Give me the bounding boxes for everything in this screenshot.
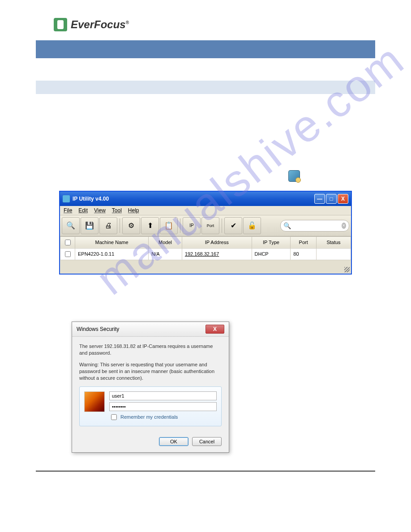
header-band [36, 40, 375, 58]
header-checkbox[interactable] [65, 240, 71, 245]
cell-status [317, 248, 351, 260]
cell-ip[interactable]: 192.168.32.167 [182, 248, 252, 260]
security-warning: Warning: This server is requesting that … [79, 361, 222, 382]
note-box: Note: 1. If you have the DHCP server in … [36, 471, 375, 532]
toolbar-ip-button[interactable]: IP [183, 217, 201, 234]
security-message: The server 192.168.31.82 at IP-Camera re… [79, 343, 222, 357]
col-port[interactable]: Port [291, 236, 317, 248]
brand-logo: EverFocus® [54, 18, 375, 31]
toolbar-open-button[interactable]: 🖨 [99, 217, 117, 234]
remember-checkbox-row[interactable]: Remember my credentials [109, 413, 217, 421]
col-model[interactable]: Model [149, 236, 182, 248]
col-status[interactable]: Status [317, 236, 351, 248]
user-avatar-icon [84, 391, 105, 412]
col-check[interactable] [60, 236, 75, 248]
minimize-button[interactable]: — [314, 194, 325, 204]
titlebar-app-icon [63, 195, 70, 202]
cancel-button[interactable]: Cancel [192, 437, 222, 446]
resize-grip-icon[interactable] [344, 267, 350, 272]
toolbar-search-button[interactable]: 🔍 [62, 217, 80, 234]
maximize-button[interactable]: □ [326, 194, 337, 204]
menu-edit[interactable]: Edit [78, 207, 88, 214]
security-close-button[interactable]: X [206, 325, 224, 334]
cell-iptype: DHCP [252, 248, 291, 260]
remember-checkbox[interactable] [111, 414, 117, 420]
cell-model: N/A [149, 248, 182, 260]
ok-button[interactable]: OK [159, 437, 188, 446]
toolbar-config-button[interactable]: ⚙ [122, 217, 140, 234]
toolbar-upload-button[interactable]: ⬆ [141, 217, 159, 234]
toolbar-port-button[interactable]: Port [201, 217, 219, 234]
ip-utility-icon [288, 170, 300, 182]
security-titlebar[interactable]: Windows Security X [72, 322, 229, 337]
toolbar-export-button[interactable]: 📋 [160, 217, 178, 234]
remember-label: Remember my credentials [120, 414, 178, 420]
ip-utility-titlebar[interactable]: IP Utility v4.00 — □ X [60, 192, 351, 206]
brand-name: EverFocus® [71, 18, 129, 31]
password-input[interactable] [109, 402, 217, 411]
cell-port: 80 [291, 248, 317, 260]
security-title: Windows Security [77, 326, 119, 332]
menu-tool[interactable]: Tool [112, 207, 122, 214]
menu-view[interactable]: View [94, 207, 106, 214]
device-table: Machine Name Model IP Address IP Type Po… [60, 236, 351, 260]
titlebar-title: IP Utility v4.00 [73, 196, 109, 202]
table-row[interactable]: EPN4220-1.0.11 N/A 192.168.32.167 DHCP 8… [60, 248, 351, 260]
col-ip-address[interactable]: IP Address [182, 236, 252, 248]
toolbar: 🔍 💾 🖨 ⚙ ⬆ 📋 IP Port ✔ 🔓 🔍 × [60, 215, 351, 236]
col-machine-name[interactable]: Machine Name [75, 236, 149, 248]
toolbar-login-button[interactable]: 🔓 [243, 217, 261, 234]
close-button[interactable]: X [338, 194, 348, 204]
menu-file[interactable]: File [64, 207, 72, 214]
menu-bar: File Edit View Tool Help [60, 206, 351, 215]
toolbar-save-button[interactable]: 💾 [81, 217, 98, 234]
search-input[interactable] [293, 223, 342, 229]
col-ip-type[interactable]: IP Type [252, 236, 291, 248]
username-input[interactable] [109, 391, 217, 400]
everfocus-logo-icon [54, 18, 67, 31]
security-dialog: Windows Security X The server 192.168.31… [72, 322, 229, 453]
search-icon: 🔍 [283, 222, 291, 229]
menu-help[interactable]: Help [128, 207, 139, 214]
step-1: 1. Install and then start the IP Utility… [36, 169, 375, 181]
section-band [36, 81, 375, 94]
ip-utility-window: IP Utility v4.00 — □ X File Edit View To… [59, 191, 352, 275]
toolbar-search-field[interactable]: 🔍 × [280, 220, 349, 232]
statusbar [60, 260, 351, 274]
toolbar-apply-button[interactable]: ✔ [224, 217, 242, 234]
search-clear-icon[interactable]: × [342, 223, 346, 229]
row-checkbox[interactable] [65, 251, 71, 257]
credential-panel: Remember my credentials [79, 386, 222, 426]
cell-machine: EPN4220-1.0.11 [75, 248, 149, 260]
